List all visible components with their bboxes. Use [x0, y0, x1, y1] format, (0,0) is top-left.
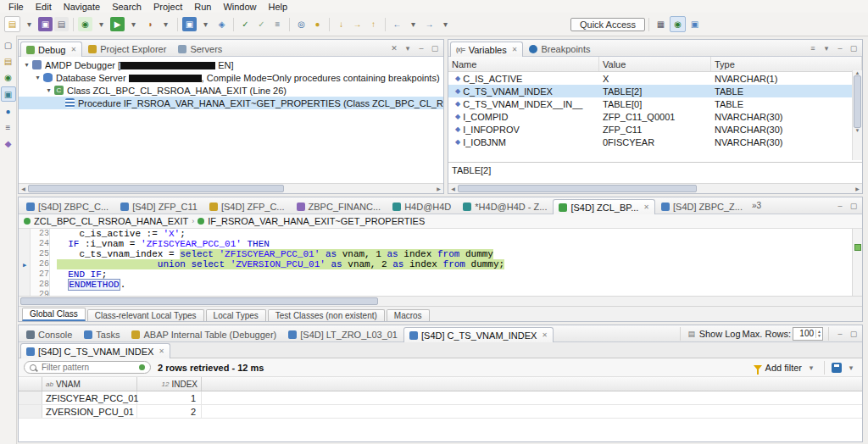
table-row[interactable]: ZVERSION_PCU_012	[19, 405, 862, 419]
column-header-vnam[interactable]: ab VNAM	[42, 377, 137, 391]
search-icon[interactable]: ●	[310, 17, 325, 31]
code-line[interactable]: 27 END IF;	[19, 269, 862, 280]
code-line[interactable]: ▶26 union select 'ZVERSION_PCU_01' as vn…	[19, 259, 862, 269]
export-menu-icon[interactable]: ▾	[845, 362, 857, 374]
column-header-index[interactable]: 12 INDEX	[137, 377, 202, 391]
profile-icon[interactable]: ◑	[142, 17, 157, 31]
new-menu-icon[interactable]: ▾	[22, 17, 36, 31]
column-header-type[interactable]: Type	[711, 57, 862, 71]
run-icon[interactable]: ▶	[110, 17, 125, 31]
code-line[interactable]: 28 ENDMETHOD.	[19, 280, 862, 290]
part-tab-test-classes-non-existent[interactable]: Test Classes (non existent)	[268, 309, 385, 321]
code-editor[interactable]: 23 c_is_active := 'X';24 IF :i_vnam = 'Z…	[19, 229, 862, 296]
activate-icon[interactable]: ✓	[238, 17, 253, 31]
restore-views-icon[interactable]: ▢	[2, 38, 15, 52]
menu-window[interactable]: Window	[218, 2, 261, 12]
new-abap-object-icon[interactable]: ▣	[182, 17, 197, 31]
variable-row[interactable]: ◆I_COMPIDZFP_C11_Q0001NVARCHAR(30)	[448, 110, 862, 123]
code-line[interactable]: 23 c_is_active := 'X';	[19, 229, 862, 239]
minimize-icon[interactable]: –	[834, 200, 846, 212]
menu-project[interactable]: Project	[148, 2, 187, 12]
debug-tree-item[interactable]: ▾Database Server , Compile Mode=Only pro…	[19, 71, 443, 84]
export-icon[interactable]	[832, 363, 842, 373]
collapse-all-icon[interactable]: ≡	[807, 42, 819, 54]
bottom-tab-abap-internal-table-debugger[interactable]: ABAP Internal Table (Debugger)	[125, 326, 282, 341]
maximize-icon[interactable]: ▢	[848, 328, 860, 340]
scroll-down-icon[interactable]: ▼	[855, 128, 860, 133]
step-over-icon[interactable]: →	[350, 17, 364, 31]
step-return-icon[interactable]: ↑	[366, 17, 381, 31]
scroll-right-icon[interactable]: ▶	[853, 186, 862, 191]
add-filter-menu-icon[interactable]: ▾	[805, 362, 817, 374]
editor-hscrollbar[interactable]	[19, 296, 862, 306]
debug-hscrollbar[interactable]: ◀ ▶	[19, 183, 443, 193]
table-row[interactable]: ZFISCYEAR_PCC_011	[19, 391, 862, 405]
minimize-icon[interactable]: –	[834, 42, 846, 54]
close-icon[interactable]: ✕	[643, 203, 649, 211]
open-perspective-icon[interactable]: ▦	[654, 17, 668, 31]
perspective-abap-icon[interactable]: ▣	[687, 17, 702, 31]
show-log-label[interactable]: Show Log	[699, 329, 741, 339]
max-rows-value[interactable]: 100	[793, 329, 815, 338]
part-tab-macros[interactable]: Macros	[387, 309, 430, 321]
maximize-icon[interactable]: ▢	[848, 200, 860, 212]
bottom-tab-s4d-lt-zro-l03-01[interactable]: [S4D] LT_ZRO_L03_01	[282, 326, 403, 341]
breadcrumb-class[interactable]: ZCL_BPC_CL_RSROA_HANA_EXIT	[34, 216, 188, 226]
menu-navigate[interactable]: Navigate	[58, 2, 105, 12]
menu-edit[interactable]: Edit	[31, 2, 57, 12]
step-into-icon[interactable]: ↓	[334, 17, 348, 31]
variable-row[interactable]: ◆I_INFOPROVZFP_C11NVARCHAR(30)	[448, 123, 862, 136]
minimize-icon[interactable]: –	[834, 328, 846, 340]
view-menu-icon[interactable]: ▾	[821, 42, 832, 54]
bookmarks-fastview-icon[interactable]: ◆	[2, 136, 15, 150]
print-icon[interactable]: ▤	[54, 17, 69, 31]
editor-tab-h4d-h4d-z[interactable]: *H4D@H4D - Z...	[457, 198, 553, 214]
debug-tab-project-explorer[interactable]: Project Explorer	[82, 41, 172, 56]
close-icon[interactable]: ✕	[542, 331, 548, 339]
back-icon[interactable]: ←	[390, 17, 404, 31]
show-log-icon[interactable]: ▤	[686, 328, 698, 340]
filter-input-box[interactable]	[24, 361, 151, 374]
column-header-value[interactable]: Value	[599, 57, 711, 71]
variable-row[interactable]: ◆I_IOBJNM0FISCYEARNVARCHAR(30)	[448, 136, 862, 148]
variable-row[interactable]: ◆C_TS_VNAM_INDEXTABLE[2]TABLE	[448, 85, 862, 97]
editor-tab-s4d-zcl-bp[interactable]: [S4D] ZCL_BP...✕	[553, 199, 655, 214]
code-line[interactable]: 25 c_ts_vnam_index = select 'ZFISCYEAR_P…	[19, 249, 862, 259]
scroll-left-icon[interactable]: ◀	[448, 186, 458, 191]
editor-tab-h4d-h4d[interactable]: H4D@H4D	[387, 198, 457, 214]
editor-tab-s4d-zbpc-z[interactable]: [S4D] ZBPC_Z...	[655, 198, 748, 214]
overview-mark[interactable]	[854, 244, 861, 251]
part-tab-local-types[interactable]: Local Types	[206, 309, 266, 321]
new-icon[interactable]: ▤	[4, 16, 20, 32]
debug-tree-item[interactable]: Procedure IF_RSROA_VAR_HANA_EXIT~GET_PRO…	[19, 97, 443, 109]
editor-tab-zbpc-financ[interactable]: ZBPC_FINANC...	[291, 198, 387, 214]
open-abap-object-icon[interactable]: ◈	[214, 17, 229, 31]
scroll-left-icon[interactable]: ◀	[19, 186, 28, 191]
max-rows-spinner[interactable]: 100▲▼	[793, 327, 823, 341]
bottom-tab-s4d-c-ts-vnam-index[interactable]: [S4D] C_TS_VNAM_INDEX✕	[403, 327, 554, 342]
maximize-icon[interactable]: ▢	[429, 42, 441, 54]
scroll-thumb[interactable]	[458, 185, 697, 192]
add-filter-label[interactable]: Add filter	[765, 363, 802, 373]
editor-tab-s4d-zbpc-c[interactable]: [S4D] ZBPC_C...	[20, 198, 114, 214]
close-icon[interactable]: ✕	[159, 347, 164, 355]
scroll-right-icon[interactable]: ▶	[434, 186, 443, 191]
quick-access-button[interactable]: Quick Access	[570, 18, 645, 31]
breakpoints-fastview-icon[interactable]: ●	[2, 104, 15, 118]
profile-menu-icon[interactable]: ▾	[159, 17, 173, 31]
scroll-thumb[interactable]	[28, 185, 284, 192]
bottom-tab-console[interactable]: Console	[20, 326, 78, 341]
filter-input[interactable]	[40, 362, 136, 373]
scroll-thumb[interactable]	[854, 75, 861, 128]
code-line[interactable]: 29	[19, 290, 862, 296]
perspective-debug-icon[interactable]: ◉	[670, 16, 686, 32]
debug-tree-item[interactable]: ▾Class ZCL_BPC_CL_RSROA_HANA_EXIT (Line …	[19, 84, 443, 97]
variable-row[interactable]: ◆C_IS_ACTIVEXNVARCHAR(1)	[448, 72, 862, 85]
debug-tab-debug[interactable]: Debug✕	[20, 42, 82, 57]
editor-tab-s4d-zfp-c[interactable]: [S4D] ZFP_C...	[203, 198, 291, 214]
back-menu-icon[interactable]: ▾	[406, 17, 420, 31]
editor-tab-s4d-zfp-c11[interactable]: [S4D] ZFP_C11	[114, 198, 203, 214]
debug-tab-servers[interactable]: Servers	[172, 41, 228, 56]
variables-vscrollbar[interactable]: ▲ ▼	[852, 70, 862, 160]
run-menu-icon[interactable]: ▾	[126, 17, 141, 31]
